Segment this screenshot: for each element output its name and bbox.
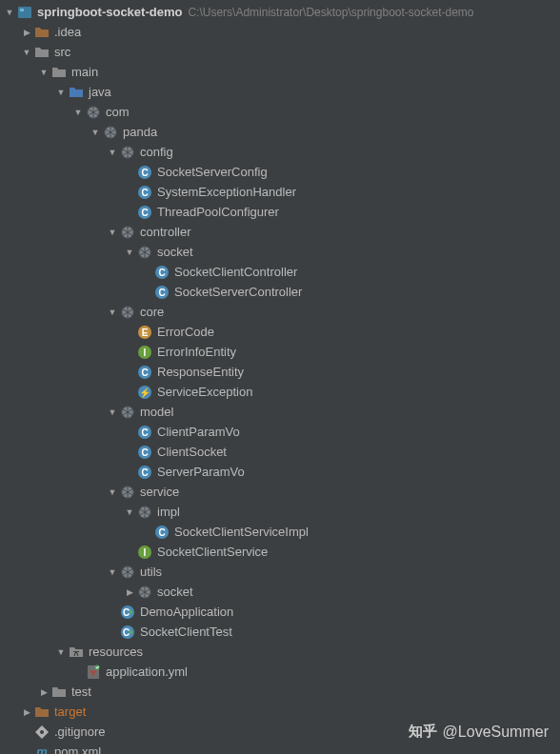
tree-item-clientsocket[interactable]: CClientSocket bbox=[0, 442, 560, 462]
tree-item-label: SocketClientController bbox=[174, 265, 297, 279]
tree-item-responseentity[interactable]: CResponseEntity bbox=[0, 362, 560, 382]
chevron-down-icon[interactable]: ▼ bbox=[55, 88, 67, 97]
watermark-brand: 知乎 bbox=[409, 723, 437, 741]
project-tree: ▼springboot-socket-demoC:\Users\Administ… bbox=[0, 0, 560, 754]
tree-item-serviceexception[interactable]: ⚡ServiceException bbox=[0, 382, 560, 402]
tree-item-socketclientcontroller[interactable]: CSocketClientController bbox=[0, 262, 560, 282]
tree-item-label: socket bbox=[157, 245, 193, 259]
tree-item-label: SocketServerConfig bbox=[157, 165, 268, 179]
package-icon bbox=[120, 405, 135, 420]
exception-icon: ⚡ bbox=[137, 385, 152, 400]
tree-item-springboot-socket-demo[interactable]: ▼springboot-socket-demoC:\Users\Administ… bbox=[0, 2, 560, 22]
tree-item-model[interactable]: ▼model bbox=[0, 402, 560, 422]
tree-item-label: test bbox=[71, 685, 91, 699]
tree-item-target[interactable]: ▶target bbox=[0, 702, 560, 722]
tree-item-application-yml[interactable]: application.yml bbox=[0, 662, 560, 682]
tree-item-label: SocketClientTest bbox=[140, 625, 232, 639]
class-icon: C bbox=[137, 365, 152, 380]
tree-item-threadpoolconfigurer[interactable]: CThreadPoolConfigurer bbox=[0, 202, 560, 222]
tree-item-src[interactable]: ▼src bbox=[0, 42, 560, 62]
tree-item-label: ErrorInfoEntity bbox=[157, 345, 236, 359]
svg-text:C: C bbox=[141, 167, 148, 177]
tree-item-socketclientservice[interactable]: ISocketClientService bbox=[0, 542, 560, 562]
tree-item-label: ResponseEntity bbox=[157, 365, 244, 379]
tree-item-core[interactable]: ▼core bbox=[0, 302, 560, 322]
chevron-down-icon[interactable]: ▼ bbox=[124, 248, 135, 257]
tree-item-label: utils bbox=[140, 565, 162, 579]
tree-item-label: ClientSocket bbox=[157, 445, 227, 459]
tree-item-com[interactable]: ▼com bbox=[0, 102, 560, 122]
tree-item-label: resources bbox=[89, 645, 143, 659]
tree-item-pom-xml[interactable]: mpom.xml bbox=[0, 742, 560, 754]
tree-item-impl[interactable]: ▼impl bbox=[0, 502, 560, 522]
tree-item-socketservercontroller[interactable]: CSocketServerController bbox=[0, 282, 560, 302]
chevron-down-icon[interactable]: ▼ bbox=[4, 8, 15, 17]
tree-item-label: SystemExceptionHandler bbox=[157, 185, 296, 199]
tree-item-utils[interactable]: ▼utils bbox=[0, 562, 560, 582]
chevron-down-icon[interactable]: ▼ bbox=[107, 148, 118, 157]
chevron-down-icon[interactable]: ▼ bbox=[107, 228, 118, 237]
chevron-down-icon[interactable]: ▼ bbox=[90, 128, 101, 137]
interface-icon: I bbox=[137, 545, 152, 560]
tree-item-systemexceptionhandler[interactable]: CSystemExceptionHandler bbox=[0, 182, 560, 202]
chevron-down-icon[interactable]: ▼ bbox=[21, 48, 32, 57]
package-icon bbox=[86, 105, 101, 120]
chevron-down-icon[interactable]: ▼ bbox=[72, 108, 84, 117]
chevron-down-icon[interactable]: ▼ bbox=[107, 567, 118, 577]
chevron-right-icon[interactable]: ▶ bbox=[124, 587, 135, 597]
tree-item-label: ServiceException bbox=[157, 385, 252, 399]
chevron-down-icon[interactable]: ▼ bbox=[124, 507, 135, 517]
tree-item-label: pom.xml bbox=[54, 744, 101, 754]
package-icon bbox=[120, 145, 135, 160]
tree-item-errorinfoentity[interactable]: IErrorInfoEntity bbox=[0, 342, 560, 362]
tree-item-java[interactable]: ▼java bbox=[0, 82, 560, 102]
folder-icon bbox=[51, 65, 67, 80]
svg-rect-1 bbox=[20, 9, 24, 11]
source-icon bbox=[69, 85, 84, 100]
tree-item-socket[interactable]: ▶socket bbox=[0, 582, 560, 602]
tree-item-service[interactable]: ▼service bbox=[0, 482, 560, 502]
tree-item-resources[interactable]: ▼resources bbox=[0, 642, 560, 662]
tree-item-demoapplication[interactable]: CDemoApplication bbox=[0, 602, 560, 622]
class-icon: C bbox=[137, 425, 152, 440]
svg-text:C: C bbox=[141, 367, 148, 377]
tree-item-main[interactable]: ▼main bbox=[0, 62, 560, 82]
tree-item-test[interactable]: ▶test bbox=[0, 682, 560, 702]
svg-text:C: C bbox=[141, 207, 148, 217]
chevron-right-icon[interactable]: ▶ bbox=[21, 707, 32, 717]
tree-item-config[interactable]: ▼config bbox=[0, 142, 560, 162]
tree-item-label: ThreadPoolConfigurer bbox=[157, 205, 279, 219]
tree-item-label: ClientParamVo bbox=[157, 425, 240, 439]
tree-item-clientparamvo[interactable]: CClientParamVo bbox=[0, 422, 560, 442]
tree-item-label: main bbox=[71, 65, 98, 79]
tree-item-label: .idea bbox=[54, 25, 81, 39]
svg-rect-45 bbox=[73, 651, 79, 652]
tree-item-socketserverconfig[interactable]: CSocketServerConfig bbox=[0, 162, 560, 182]
chevron-down-icon[interactable]: ▼ bbox=[107, 308, 118, 317]
chevron-down-icon[interactable]: ▼ bbox=[38, 68, 50, 77]
svg-point-48 bbox=[40, 730, 44, 734]
tree-item-label: service bbox=[140, 485, 179, 499]
tree-item-socketclienttest[interactable]: CSocketClientTest bbox=[0, 622, 560, 642]
tree-item-errorcode[interactable]: EErrorCode bbox=[0, 322, 560, 342]
svg-text:C: C bbox=[158, 287, 165, 297]
tree-item-controller[interactable]: ▼controller bbox=[0, 222, 560, 242]
tree-item-socketclientserviceimpl[interactable]: CSocketClientServiceImpl bbox=[0, 522, 560, 542]
yaml-icon bbox=[86, 665, 101, 680]
chevron-right-icon[interactable]: ▶ bbox=[21, 28, 32, 37]
chevron-down-icon[interactable]: ▼ bbox=[107, 487, 118, 497]
svg-text:C: C bbox=[158, 267, 165, 277]
package-icon bbox=[120, 485, 135, 500]
tree-item-label: model bbox=[140, 405, 173, 419]
chevron-right-icon[interactable]: ▶ bbox=[38, 687, 50, 697]
tree-item-panda[interactable]: ▼panda bbox=[0, 122, 560, 142]
tree-item-socket[interactable]: ▼socket bbox=[0, 242, 560, 262]
tree-item--idea[interactable]: ▶.idea bbox=[0, 22, 560, 42]
chevron-down-icon[interactable]: ▼ bbox=[107, 407, 118, 417]
tree-item-label: ServerParamVo bbox=[157, 465, 245, 479]
folder-icon bbox=[34, 45, 50, 60]
tree-item-serverparamvo[interactable]: CServerParamVo bbox=[0, 462, 560, 482]
folder-ex-icon bbox=[34, 25, 50, 40]
chevron-down-icon[interactable]: ▼ bbox=[55, 647, 67, 657]
tree-item-label: core bbox=[140, 305, 164, 319]
